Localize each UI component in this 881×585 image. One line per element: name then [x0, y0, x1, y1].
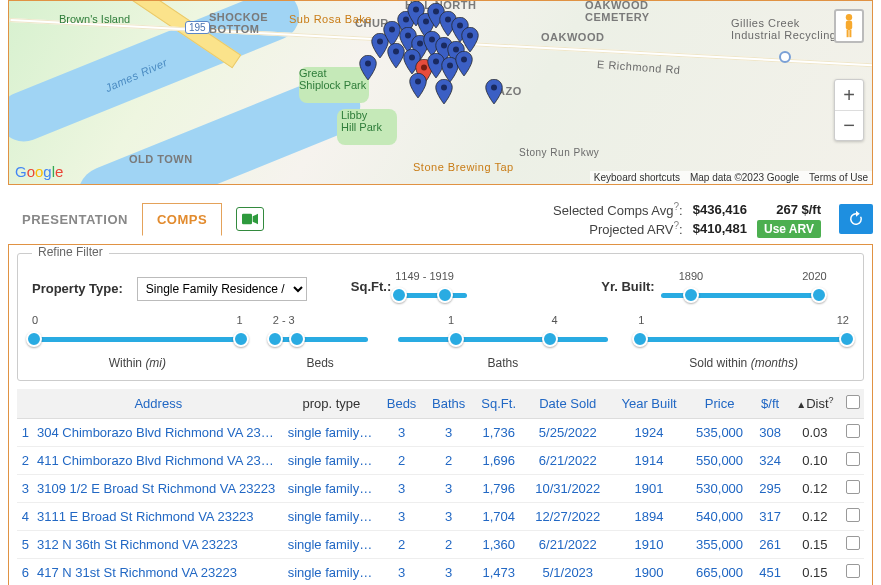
tab-row: PRESENTATION COMPS Selected Comps Avg?: … — [8, 201, 873, 238]
within-slider[interactable]: 0 1 — [32, 314, 243, 352]
row-dist: 0.12 — [788, 502, 842, 530]
property-type-select[interactable]: Single Family Residence / To — [137, 277, 307, 301]
tab-comps[interactable]: COMPS — [142, 203, 222, 236]
table-row[interactable]: 43111 E Broad St Richmond VA 23223single… — [17, 502, 864, 530]
zoom-out-button[interactable]: − — [835, 110, 863, 140]
row-baths: 3 — [424, 558, 473, 585]
video-button[interactable] — [236, 207, 264, 231]
svg-point-24 — [846, 14, 852, 20]
row-address[interactable]: 3109 1/2 E Broad St Richmond VA 23223 — [33, 474, 284, 502]
map-poi-label: Stone Brewing Tap — [413, 161, 514, 173]
row-prop-type: single family r… — [284, 474, 379, 502]
row-sqft: 1,796 — [473, 474, 524, 502]
svg-point-22 — [441, 85, 447, 91]
row-sqft: 1,473 — [473, 558, 524, 585]
baths-slider[interactable]: 1 4 — [398, 314, 609, 352]
row-psf: 317 — [752, 502, 787, 530]
svg-point-23 — [491, 85, 497, 91]
svg-point-21 — [415, 79, 421, 85]
col-date-sold[interactable]: Date Sold — [524, 389, 611, 419]
row-dist: 0.15 — [788, 530, 842, 558]
map-shortcuts[interactable]: Keyboard shortcuts — [594, 172, 680, 183]
row-checkbox[interactable] — [846, 424, 860, 438]
map-poi-label: Sub Rosa Bake — [289, 13, 372, 25]
row-checkbox[interactable] — [846, 564, 860, 578]
row-index: 1 — [17, 418, 33, 446]
row-year: 1914 — [611, 446, 686, 474]
col-prop-type[interactable]: prop. type — [284, 389, 379, 419]
table-row[interactable]: 33109 1/2 E Broad St Richmond VA 23223si… — [17, 474, 864, 502]
sold-within-slider[interactable]: 1 12 — [638, 314, 849, 352]
row-price: 530,000 — [687, 474, 753, 502]
selected-avg-psf: 267 $/ft — [757, 202, 821, 217]
map-area-label: OAKWOOD CEMETERY — [585, 0, 650, 23]
col-price[interactable]: Price — [687, 389, 753, 419]
sqft-label: Sq.Ft.: — [351, 279, 391, 294]
row-address[interactable]: 417 N 31st St Richmond VA 23223 — [33, 558, 284, 585]
map-footer: Keyboard shortcuts Map data ©2023 Google… — [590, 171, 872, 184]
row-year: 1894 — [611, 502, 686, 530]
year-built-slider[interactable]: 1890 2020 — [661, 270, 821, 308]
map-terms[interactable]: Terms of Use — [809, 172, 868, 183]
sqft-slider[interactable]: 1149 - 1919 — [397, 270, 467, 308]
row-checkbox[interactable] — [846, 508, 860, 522]
row-address[interactable]: 312 N 36th St Richmond VA 23223 — [33, 530, 284, 558]
filter-legend: Refine Filter — [32, 245, 109, 259]
zoom-control: + − — [834, 79, 864, 141]
row-address[interactable]: 304 Chimborazo Blvd Richmond VA 23223 — [33, 418, 284, 446]
selected-avg-label: Selected Comps Avg — [553, 203, 673, 218]
row-checkbox[interactable] — [846, 536, 860, 550]
col-address[interactable]: Address — [33, 389, 284, 419]
use-arv-button[interactable]: Use ARV — [757, 220, 821, 238]
map-container[interactable]: SHOCKOE BOTTOM CHUR HILL NORTH OAKWOOD O… — [8, 0, 873, 185]
row-checkbox[interactable] — [846, 452, 860, 466]
table-row[interactable]: 6417 N 31st St Richmond VA 23223single f… — [17, 558, 864, 585]
svg-point-15 — [393, 49, 399, 55]
row-psf: 308 — [752, 418, 787, 446]
row-psf: 451 — [752, 558, 787, 585]
col-psf[interactable]: $/ft — [752, 389, 787, 419]
row-date-sold: 6/21/2022 — [524, 530, 611, 558]
zoom-in-button[interactable]: + — [835, 80, 863, 110]
row-index: 4 — [17, 502, 33, 530]
row-beds: 3 — [379, 418, 424, 446]
map-area-label: OLD TOWN — [129, 153, 193, 165]
svg-rect-26 — [847, 30, 849, 37]
col-dist[interactable]: ▲Dist? — [788, 389, 842, 419]
year-built-label: Yr. Built: — [601, 279, 654, 294]
row-year: 1910 — [611, 530, 686, 558]
row-address[interactable]: 411 Chimborazo Blvd Richmond VA 23223 — [33, 446, 284, 474]
row-beds: 3 — [379, 502, 424, 530]
selected-avg-value: $436,416 — [693, 202, 747, 217]
col-year-built[interactable]: Year Built — [611, 389, 686, 419]
svg-point-0 — [365, 61, 371, 67]
property-type-label: Property Type: — [32, 281, 123, 296]
row-beds: 3 — [379, 474, 424, 502]
svg-point-4 — [413, 7, 419, 13]
beds-slider[interactable]: 2 - 3 — [273, 314, 368, 352]
row-price: 665,000 — [687, 558, 753, 585]
select-all-checkbox[interactable] — [846, 395, 860, 409]
row-address[interactable]: 3111 E Broad St Richmond VA 23223 — [33, 502, 284, 530]
col-sqft[interactable]: Sq.Ft. — [473, 389, 524, 419]
refresh-button[interactable] — [839, 204, 873, 234]
row-prop-type: single family r… — [284, 558, 379, 585]
row-psf: 261 — [752, 530, 787, 558]
route-shield: 195 — [185, 21, 210, 34]
map-park-label: Great Shiplock Park — [299, 67, 366, 91]
table-row[interactable]: 5312 N 36th St Richmond VA 23223single f… — [17, 530, 864, 558]
col-beds[interactable]: Beds — [379, 389, 424, 419]
table-row[interactable]: 1304 Chimborazo Blvd Richmond VA 23223si… — [17, 418, 864, 446]
row-checkbox[interactable] — [846, 480, 860, 494]
table-row[interactable]: 2411 Chimborazo Blvd Richmond VA 23223si… — [17, 446, 864, 474]
map-poi-label: Gillies Creek Industrial Recycling — [731, 17, 836, 41]
row-date-sold: 12/27/2022 — [524, 502, 611, 530]
tab-presentation[interactable]: PRESENTATION — [8, 204, 142, 235]
streetview-pegman[interactable] — [834, 9, 864, 43]
row-baths: 3 — [424, 474, 473, 502]
google-logo: Google — [15, 163, 63, 180]
svg-rect-28 — [242, 214, 252, 225]
comps-table: Address prop. type Beds Baths Sq.Ft. Dat… — [17, 389, 864, 585]
row-dist: 0.12 — [788, 474, 842, 502]
col-baths[interactable]: Baths — [424, 389, 473, 419]
